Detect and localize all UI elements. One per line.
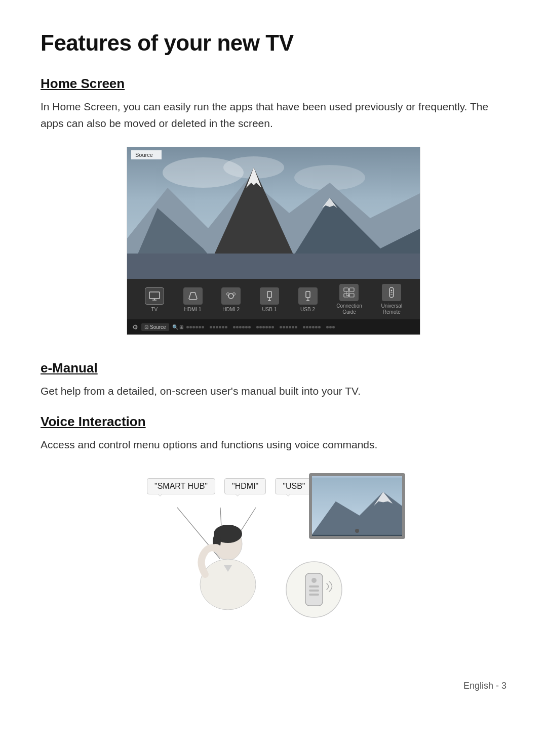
svg-rect-27 bbox=[349, 293, 354, 297]
svg-point-41 bbox=[213, 533, 221, 550]
speech-bubble-hdmi: "HDMI" bbox=[224, 478, 266, 494]
voice-illustration: "SMART HUB" "HDMI" "USB" bbox=[127, 468, 420, 640]
home-screen-heading: Home Screen bbox=[41, 76, 506, 92]
tv-icon-universal-remote: UniversalRemote bbox=[381, 284, 402, 315]
tv-mini-screen bbox=[312, 476, 402, 536]
tv-mini-button bbox=[355, 529, 359, 533]
svg-point-43 bbox=[200, 559, 256, 610]
home-screen-body: In Home Screen, you can easily run the a… bbox=[41, 99, 496, 132]
tv-icon-tv: TV bbox=[145, 287, 164, 312]
emanual-section: e-Manual Get help from a detailed, on-sc… bbox=[41, 360, 506, 400]
tv-icon-shape-tv bbox=[145, 287, 164, 305]
emanual-heading: e-Manual bbox=[41, 360, 506, 376]
svg-point-16 bbox=[227, 292, 229, 295]
svg-point-39 bbox=[214, 528, 242, 560]
tv-nav-apps bbox=[186, 326, 415, 328]
tv-mini-illustration bbox=[309, 473, 405, 539]
voice-interaction-section: Voice Interaction Access and control men… bbox=[41, 414, 506, 641]
svg-marker-44 bbox=[224, 565, 232, 572]
svg-rect-10 bbox=[127, 254, 420, 279]
svg-point-40 bbox=[214, 525, 242, 543]
settings-nav-icon: ⚙ bbox=[132, 323, 138, 331]
tv-icon-shape-hdmi1 bbox=[183, 287, 203, 305]
tv-source-overlay: Source bbox=[131, 150, 162, 159]
svg-rect-42 bbox=[224, 558, 232, 565]
svg-rect-18 bbox=[267, 291, 271, 298]
tv-nav-bar: ⚙ ⊡Source 🔍⊞ bbox=[127, 319, 420, 334]
svg-point-45 bbox=[211, 544, 221, 552]
svg-rect-25 bbox=[349, 288, 354, 291]
svg-line-36 bbox=[177, 508, 220, 559]
speech-bubble-usb: "USB" bbox=[275, 478, 312, 494]
tv-icon-label-usb2: USB 2 bbox=[300, 307, 315, 312]
svg-point-33 bbox=[391, 290, 393, 291]
tv-icon-label-hdmi1: HDMI 1 bbox=[184, 307, 202, 312]
svg-rect-47 bbox=[305, 573, 323, 606]
tv-icon-shape-usb2 bbox=[298, 287, 318, 305]
tv-icon-shape-remote bbox=[382, 284, 401, 301]
page-title: Features of your new TV bbox=[41, 30, 506, 56]
tv-icon-connection-guide: ConnectionGuide bbox=[336, 284, 362, 315]
svg-rect-21 bbox=[306, 291, 310, 298]
svg-rect-11 bbox=[149, 292, 160, 299]
home-screen-section: Home Screen In Home Screen, you can easi… bbox=[41, 76, 506, 335]
tv-icon-label-tv: TV bbox=[151, 307, 158, 312]
svg-marker-14 bbox=[189, 292, 197, 300]
tv-icon-shape-usb1 bbox=[260, 287, 279, 305]
tv-icon-label-connection: ConnectionGuide bbox=[336, 303, 362, 315]
tv-icon-hdmi1: HDMI 1 bbox=[183, 287, 203, 312]
tv-icon-hdmi2: HDMI 2 bbox=[221, 287, 241, 312]
tv-icon-usb1: USB 1 bbox=[260, 287, 279, 312]
tv-nav-source-btn: ⊡Source bbox=[141, 323, 169, 331]
tv-icon-label-remote: UniversalRemote bbox=[381, 303, 402, 315]
svg-point-48 bbox=[311, 578, 317, 583]
tv-icon-label-usb1: USB 1 bbox=[262, 307, 277, 312]
svg-line-38 bbox=[225, 508, 256, 555]
emanual-body: Get help from a detailed, on-screen user… bbox=[41, 383, 496, 400]
speech-bubble-smarthub: "SMART HUB" bbox=[147, 478, 215, 494]
voice-interaction-heading: Voice Interaction bbox=[41, 414, 506, 430]
tv-main-screen: Source bbox=[127, 147, 420, 279]
voice-interaction-body: Access and control menu options and func… bbox=[41, 437, 496, 453]
svg-rect-49 bbox=[309, 585, 319, 587]
svg-rect-51 bbox=[309, 594, 319, 596]
tv-icons-row: TV HDMI 1 HDMI 2 USB 1 bbox=[127, 279, 420, 319]
svg-line-37 bbox=[220, 508, 223, 557]
tv-icon-usb2: USB 2 bbox=[298, 287, 318, 312]
tv-icon-shape-hdmi2 bbox=[221, 287, 241, 305]
svg-rect-50 bbox=[309, 590, 319, 592]
tv-nav-search: 🔍⊞ bbox=[172, 324, 183, 330]
tv-screen-image: Source TV HDMI 1 HDMI 2 bbox=[127, 147, 420, 335]
svg-rect-35 bbox=[390, 294, 393, 295]
page-footer: English - 3 bbox=[41, 681, 506, 691]
svg-point-46 bbox=[286, 562, 342, 617]
svg-rect-34 bbox=[390, 292, 393, 293]
tv-icon-label-hdmi2: HDMI 2 bbox=[222, 307, 240, 312]
page-number: English - 3 bbox=[463, 681, 506, 691]
svg-rect-24 bbox=[344, 288, 348, 291]
tv-icon-shape-connection bbox=[339, 284, 359, 301]
svg-point-17 bbox=[233, 292, 236, 295]
